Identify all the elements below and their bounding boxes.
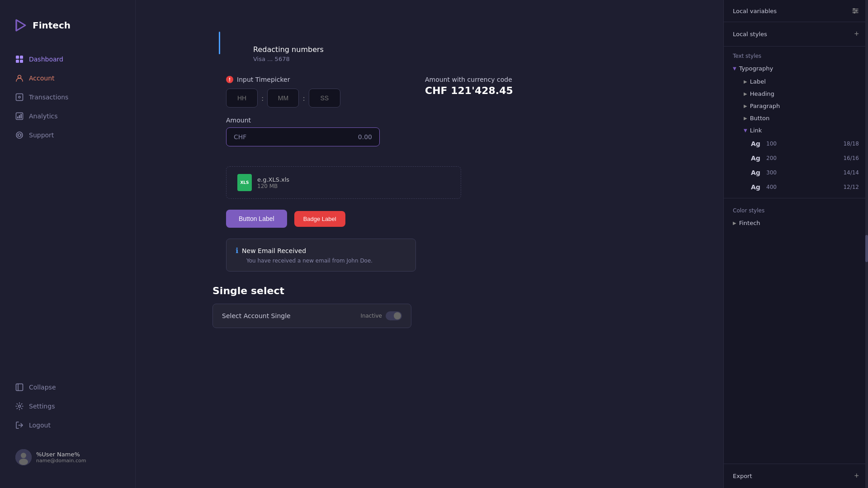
notification-card: ℹ New Email Received You have received a… — [226, 239, 416, 272]
svg-line-16 — [17, 136, 19, 136]
sidebar-item-account[interactable]: Account — [9, 70, 126, 87]
logo-text: Fintech — [33, 20, 71, 31]
svg-point-28 — [853, 8, 855, 10]
svg-rect-5 — [20, 60, 23, 63]
logo: Fintech — [9, 18, 126, 33]
select-account[interactable]: Select Account Single Inactive — [212, 304, 411, 328]
link-weight-300[interactable]: Ag 300 14/14 — [733, 165, 859, 180]
ag-100: Ag — [751, 140, 762, 147]
link-text: Link — [750, 127, 762, 134]
svg-rect-7 — [16, 94, 23, 101]
select-account-label: Select Account Single — [222, 312, 291, 319]
ag-400: Ag — [751, 183, 762, 191]
chevron-right-icon-button: ▶ — [744, 116, 747, 121]
primary-button[interactable]: Button Label — [226, 210, 287, 228]
logout-icon — [15, 421, 24, 429]
svg-point-30 — [854, 12, 855, 14]
svg-rect-4 — [16, 60, 19, 63]
svg-point-14 — [18, 134, 21, 136]
link-weight-100[interactable]: Ag 100 18/18 — [733, 136, 859, 151]
local-styles-title: Local styles — [733, 31, 767, 38]
svg-rect-19 — [16, 384, 23, 391]
sidebar-item-settings[interactable]: Settings — [9, 398, 126, 415]
svg-line-15 — [17, 134, 19, 135]
svg-marker-0 — [16, 20, 25, 31]
style-item-button[interactable]: ▶ Button — [733, 112, 859, 124]
style-item-link[interactable]: ▼ Link — [733, 124, 859, 136]
main-content: Redacting numbers Visa ... 5678 ! Input … — [136, 0, 723, 488]
amount-input[interactable]: CHF 0.00 — [226, 127, 380, 146]
paragraph-text: Paragraph — [750, 103, 780, 109]
avatar — [15, 449, 32, 465]
file-size: 120 MB — [257, 183, 289, 189]
typography-group[interactable]: ▼ Typography — [733, 61, 859, 75]
svg-rect-11 — [19, 115, 20, 118]
transactions-icon — [15, 93, 24, 101]
scrollbar-track — [865, 0, 868, 488]
minute-input[interactable] — [267, 89, 299, 108]
nav-bottom: Collapse Settings Logout — [9, 379, 126, 470]
single-select-section: Single select Select Account Single Inac… — [212, 285, 705, 328]
toggle-wrapper: Inactive — [360, 311, 402, 320]
export-add-button[interactable]: + — [854, 471, 859, 481]
svg-rect-3 — [20, 56, 23, 59]
redacting-subtitle: Visa ... 5678 — [253, 56, 705, 62]
collapse-icon — [15, 383, 24, 391]
svg-point-23 — [21, 453, 26, 458]
local-variables-title: Local variables — [733, 8, 777, 14]
blue-vertical-line — [219, 32, 220, 54]
svg-rect-12 — [21, 114, 22, 118]
buttons-row: Button Label Badge Label — [226, 210, 705, 228]
sidebar-label-transactions: Transactions — [29, 94, 68, 101]
sidebar-label-settings: Settings — [29, 403, 55, 410]
sidebar-item-analytics[interactable]: Analytics — [9, 108, 126, 125]
add-style-button[interactable]: + — [854, 29, 859, 39]
timepicker-label: ! Input Timepicker — [226, 76, 380, 83]
timepicker: : : — [226, 89, 380, 108]
file-upload[interactable]: XLS e.g.XLS.xls 120 MB — [226, 166, 461, 199]
settings-icon — [15, 402, 24, 410]
sidebar: Fintech Dashboard — [0, 0, 136, 488]
redacting-section: Redacting numbers Visa ... 5678 — [253, 45, 705, 62]
text-styles-label: Text styles — [733, 53, 761, 59]
svg-rect-10 — [17, 117, 19, 118]
ag-200: Ag — [751, 155, 762, 162]
toggle-switch[interactable] — [386, 311, 402, 320]
user-info: %User Name% name@domain.com — [9, 445, 126, 470]
link-weight-200[interactable]: Ag 200 16/16 — [733, 151, 859, 165]
style-item-heading[interactable]: ▶ Heading — [733, 88, 859, 100]
hour-input[interactable] — [226, 89, 258, 108]
support-icon — [15, 131, 24, 139]
info-icon: ℹ — [236, 246, 238, 255]
currency-label: Amount with currency code — [425, 76, 513, 83]
dashboard-icon — [15, 55, 24, 63]
label-text: Label — [750, 78, 766, 85]
notification-body: You have received a new email from John … — [236, 258, 406, 264]
heading-text: Heading — [750, 90, 774, 97]
separator-2: : — [302, 94, 305, 103]
style-item-label[interactable]: ▶ Label — [733, 75, 859, 88]
fintech-color-group[interactable]: ▶ Fintech — [733, 216, 859, 230]
svg-rect-2 — [16, 56, 19, 59]
scrollbar-thumb[interactable] — [865, 235, 868, 262]
typography-label: Typography — [739, 65, 774, 72]
adjust-icon[interactable] — [852, 7, 859, 14]
sidebar-item-logout[interactable]: Logout — [9, 417, 126, 434]
badge-button[interactable]: Badge Label — [294, 211, 345, 227]
link-weight-400[interactable]: Ag 400 12/12 — [733, 180, 859, 194]
svg-point-29 — [855, 10, 857, 12]
single-select-title: Single select — [212, 285, 705, 296]
sidebar-item-transactions[interactable]: Transactions — [9, 89, 126, 106]
file-icon: XLS — [237, 174, 252, 191]
style-item-paragraph[interactable]: ▶ Paragraph — [733, 100, 859, 112]
sidebar-item-support[interactable]: Support — [9, 127, 126, 144]
timepicker-section: ! Input Timepicker : : Amount CHF 0.00 — [226, 76, 380, 155]
sidebar-item-collapse[interactable]: Collapse — [9, 379, 126, 396]
nav-items: Dashboard Account Transactions — [9, 51, 126, 379]
user-details: %User Name% name@domain.com — [36, 451, 86, 464]
sidebar-item-dashboard[interactable]: Dashboard — [9, 51, 126, 68]
fintech-label: Fintech — [739, 220, 760, 226]
second-input[interactable] — [309, 89, 340, 108]
sidebar-label-collapse: Collapse — [29, 384, 56, 391]
chevron-right-icon-label: ▶ — [744, 79, 747, 84]
